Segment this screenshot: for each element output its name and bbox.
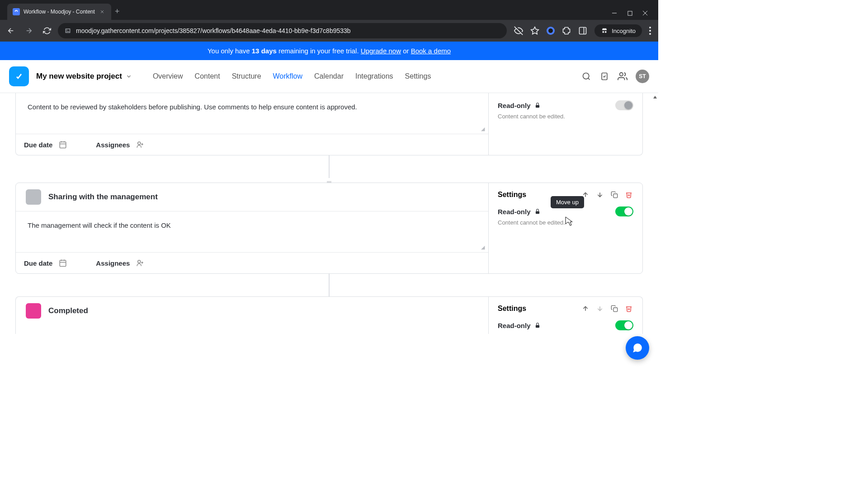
scroll-up-icon[interactable]	[652, 94, 658, 100]
browser-nav-bar: moodjoy.gathercontent.com/projects/38582…	[0, 20, 658, 42]
color-swatch[interactable]	[26, 303, 41, 319]
chevron-down-icon	[126, 73, 132, 80]
minimize-icon[interactable]	[611, 10, 618, 16]
nav-calendar[interactable]: Calendar	[314, 72, 344, 80]
search-icon[interactable]	[581, 71, 591, 81]
step-description[interactable]: Content to be reviewed by stakeholders b…	[16, 93, 488, 134]
resize-handle-icon[interactable]: ◢	[481, 126, 485, 132]
move-down-button	[595, 304, 604, 313]
upgrade-link[interactable]: Upgrade now	[361, 47, 401, 55]
svg-point-8	[583, 73, 589, 79]
trial-banner: You only have 13 days remaining in your …	[0, 42, 658, 60]
readonly-label: Read-only	[498, 322, 531, 329]
due-date-label: Due date	[24, 259, 52, 267]
svg-rect-13	[535, 105, 539, 108]
svg-rect-16	[613, 194, 618, 198]
app-header: My new website project Overview Content …	[0, 60, 658, 93]
close-window-icon[interactable]	[642, 10, 648, 16]
nav-overview[interactable]: Overview	[153, 72, 183, 80]
svg-point-7	[649, 33, 651, 35]
url-bar[interactable]: moodjoy.gathercontent.com/projects/38582…	[58, 23, 507, 38]
readonly-hint: Content cannot be edited.	[498, 113, 633, 120]
drag-handle-icon[interactable]: ═	[15, 178, 643, 185]
avatar[interactable]: ST	[636, 70, 649, 83]
step-description[interactable]: The management will check if the content…	[16, 211, 488, 252]
copy-button[interactable]	[610, 304, 619, 313]
settings-heading: Settings	[498, 305, 526, 313]
readonly-toggle[interactable]	[615, 320, 633, 330]
project-selector[interactable]: My new website project	[36, 72, 132, 81]
workflow-content: Content to be reviewed by stakeholders b…	[0, 93, 658, 369]
add-person-icon[interactable]	[136, 141, 144, 149]
move-down-button[interactable]	[595, 190, 604, 199]
svg-rect-11	[60, 142, 66, 148]
browser-tab[interactable]: Workflow - Moodjoy - Content	[7, 4, 111, 20]
svg-point-10	[620, 73, 623, 76]
people-icon[interactable]	[618, 71, 627, 81]
incognito-icon	[601, 27, 608, 34]
scrollbar[interactable]	[652, 93, 658, 369]
workflow-step-card: Sharing with the management The manageme…	[15, 183, 643, 274]
svg-marker-20	[653, 96, 657, 99]
step-title[interactable]: Sharing with the management	[48, 192, 158, 202]
settings-heading: Settings	[498, 191, 526, 199]
copy-button[interactable]	[610, 190, 619, 199]
url-text: moodjoy.gathercontent.com/projects/38582…	[76, 27, 500, 34]
chat-icon	[632, 342, 643, 354]
svg-point-3	[603, 31, 604, 33]
nav-content[interactable]: Content	[195, 72, 220, 80]
lock-icon	[534, 322, 541, 328]
svg-point-15	[138, 260, 141, 263]
svg-rect-18	[613, 308, 618, 312]
app-logo-icon[interactable]	[9, 66, 29, 86]
assignees-label: Assignees	[96, 141, 130, 149]
maximize-icon[interactable]	[627, 10, 633, 16]
extensions-icon[interactable]	[562, 26, 571, 35]
calendar-icon[interactable]	[59, 259, 67, 267]
clipboard-check-icon[interactable]	[599, 71, 609, 81]
add-person-icon[interactable]	[136, 259, 144, 267]
close-icon[interactable]	[99, 8, 106, 15]
main-nav: Overview Content Structure Workflow Cale…	[153, 72, 431, 80]
svg-point-6	[649, 30, 651, 32]
resize-handle-icon[interactable]: ◢	[481, 244, 485, 250]
connector-line	[329, 155, 330, 178]
svg-rect-17	[535, 211, 539, 214]
star-icon[interactable]	[530, 26, 539, 35]
more-icon[interactable]	[649, 27, 651, 35]
tab-title: Workflow - Moodjoy - Content	[24, 9, 95, 15]
readonly-toggle[interactable]	[615, 100, 633, 110]
svg-point-12	[138, 142, 141, 145]
lock-icon	[534, 208, 541, 215]
readonly-toggle[interactable]	[615, 206, 633, 216]
eye-off-icon[interactable]	[514, 26, 523, 35]
readonly-label: Read-only	[498, 208, 531, 216]
step-title[interactable]: Completed	[48, 306, 88, 315]
calendar-icon[interactable]	[59, 141, 67, 149]
incognito-badge[interactable]: Incognito	[594, 24, 642, 37]
reload-button[interactable]	[40, 23, 54, 38]
move-up-button[interactable]	[581, 304, 590, 313]
nav-structure[interactable]: Structure	[232, 72, 261, 80]
book-demo-link[interactable]: Book a demo	[411, 47, 451, 55]
back-button[interactable]	[4, 23, 18, 38]
site-info-icon[interactable]	[64, 27, 71, 34]
chat-bubble-button[interactable]	[626, 336, 649, 360]
nav-settings[interactable]: Settings	[405, 72, 431, 80]
delete-button[interactable]	[624, 304, 633, 313]
forward-button[interactable]	[22, 23, 36, 38]
readonly-label: Read-only	[498, 102, 531, 109]
svg-rect-0	[627, 11, 632, 15]
nav-workflow[interactable]: Workflow	[273, 72, 303, 80]
new-tab-button[interactable]: +	[111, 3, 123, 20]
readonly-hint: Content cannot be edited.	[498, 219, 633, 226]
svg-marker-1	[531, 27, 539, 34]
assignees-label: Assignees	[96, 259, 130, 267]
tooltip: Move up	[551, 196, 584, 208]
delete-button[interactable]	[624, 190, 633, 199]
workflow-step-card: Completed Settings Read-only	[15, 296, 643, 334]
sidebar-icon[interactable]	[578, 26, 587, 35]
color-swatch[interactable]	[26, 189, 41, 205]
lock-icon	[534, 102, 541, 108]
nav-integrations[interactable]: Integrations	[355, 72, 393, 80]
